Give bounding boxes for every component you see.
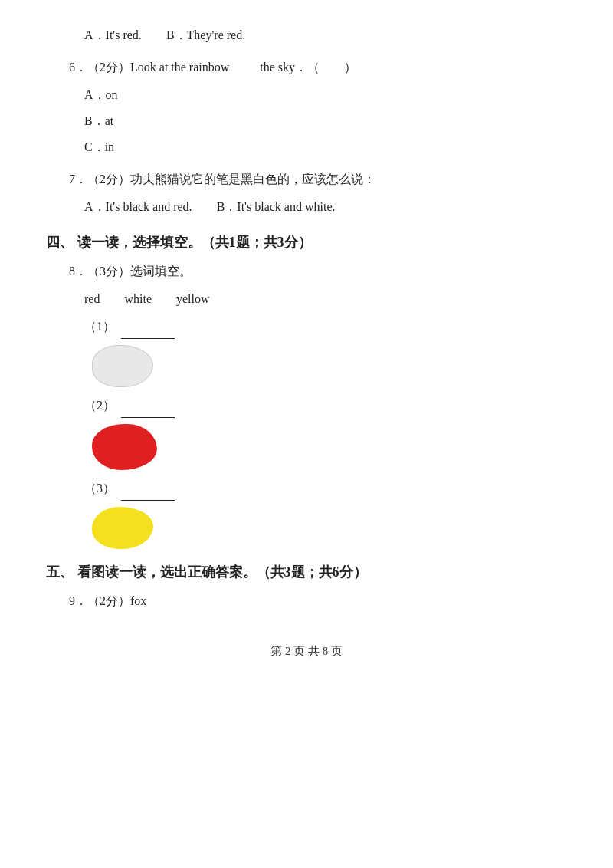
q8-label: 8．（3分）选词填空。 bbox=[69, 259, 567, 284]
section5-header: 五、 看图读一读，选出正确答案。（共3题；共6分） bbox=[46, 563, 567, 581]
q6-option-a: A．on bbox=[84, 83, 567, 107]
q8-sub2-label: （2） bbox=[84, 393, 567, 418]
page-footer: 第 2 页 共 8 页 bbox=[46, 644, 567, 659]
q8-blank2[interactable] bbox=[121, 417, 175, 418]
question7-block: 7．（2分）功夫熊猫说它的笔是黑白色的，应该怎么说： A．It's black … bbox=[69, 167, 567, 219]
section4-header: 四、 读一读，选择填空。（共1题；共3分） bbox=[46, 233, 567, 252]
q7-text: 7．（2分）功夫熊猫说它的笔是黑白色的，应该怎么说： bbox=[69, 167, 567, 192]
q8-sub1-label: （1） bbox=[84, 314, 567, 339]
question8-block: 8．（3分）选词填空。 red white yellow （1） （2） （3） bbox=[69, 259, 567, 549]
q6-option-c: C．in bbox=[84, 135, 567, 159]
q8-sub3-label: （3） bbox=[84, 476, 567, 501]
q5-options: A．It's red. B．They're red. bbox=[69, 23, 567, 48]
question9-block: 9．（2分）fox bbox=[69, 589, 567, 613]
red-blob-container bbox=[92, 424, 567, 470]
question6-block: 6．（2分）Look at the rainbow the sky．（ ） A．… bbox=[69, 55, 567, 159]
q8-words: red white yellow bbox=[84, 287, 567, 311]
q8-blank3[interactable] bbox=[121, 500, 175, 501]
q5-option-a: A．It's red. B．They're red. bbox=[84, 23, 567, 48]
white-blob-container bbox=[92, 345, 567, 387]
white-color-blob bbox=[92, 345, 153, 387]
red-color-blob bbox=[92, 424, 157, 470]
q8-blank1[interactable] bbox=[121, 338, 175, 339]
q6-text: 6．（2分）Look at the rainbow the sky．（ ） bbox=[69, 55, 567, 80]
q7-options: A．It's black and red. B．It's black and w… bbox=[84, 195, 567, 219]
q6-option-b: B．at bbox=[84, 109, 567, 133]
q9-label: 9．（2分）fox bbox=[69, 589, 567, 613]
yellow-color-blob bbox=[92, 507, 153, 549]
yellow-blob-container bbox=[92, 507, 567, 549]
